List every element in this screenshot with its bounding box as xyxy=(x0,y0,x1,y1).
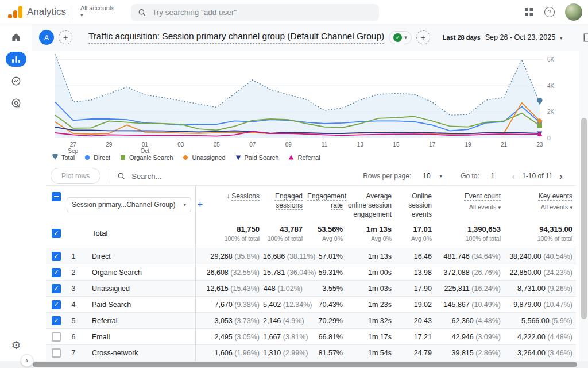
row-number: 3 xyxy=(67,285,80,293)
legend-item-organic-search[interactable]: Organic Search xyxy=(119,154,173,161)
expand-nav-button[interactable]: › xyxy=(21,354,33,367)
cell-online-session-events: 16.46 xyxy=(395,252,435,260)
column-header-key-events[interactable]: Key eventsAll events ▾ xyxy=(504,190,576,219)
goto-page-value[interactable]: 1 xyxy=(491,172,495,180)
cell-avg-online-session-engagement: 1m 03s xyxy=(346,285,395,293)
help-icon[interactable]: ? xyxy=(544,7,555,17)
totals-row: ✓ Total 81,750100% of total43,787100% of… xyxy=(46,218,576,248)
svg-text:13: 13 xyxy=(357,141,364,148)
row-checkbox[interactable]: ✓ xyxy=(52,252,61,261)
sessions-trend-chart: 02K4K6K27Sep2901Oct030507091113151719212… xyxy=(32,51,579,164)
channel-name: Direct xyxy=(80,252,195,260)
column-header-sessions[interactable]: ↓Sessions xyxy=(195,190,263,219)
next-page-icon[interactable]: › xyxy=(557,171,565,181)
legend-item-referral[interactable]: Referral xyxy=(288,154,320,161)
previous-page-icon[interactable]: ‹ xyxy=(510,171,518,181)
sidebar-item-explore[interactable] xyxy=(0,72,32,90)
cell-online-session-events: 17.90 xyxy=(395,285,435,293)
row-number: 4 xyxy=(67,301,80,309)
dimension-dropdown[interactable]: Session primary...Channel Group) ▾ xyxy=(67,197,191,212)
cell-event-count: 372,088 (26.76%) xyxy=(435,269,504,277)
cell-event-count: 145,867 (10.49%) xyxy=(435,301,504,309)
legend-item-direct[interactable]: Direct xyxy=(84,154,110,161)
legend-item-total[interactable]: Total xyxy=(52,154,75,161)
rows-per-page-value[interactable]: 10 xyxy=(423,172,430,180)
admin-gear-icon[interactable]: ⚙ xyxy=(0,339,32,352)
sidebar-item-advertising[interactable] xyxy=(0,94,32,112)
plot-rows-button[interactable]: Plot rows xyxy=(51,168,100,184)
diamond-icon xyxy=(182,154,189,161)
report-title[interactable]: Traffic acquisition: Session primary cha… xyxy=(88,31,384,44)
legend-label: Total xyxy=(61,154,75,161)
cell-engagement-rate: 57.01% xyxy=(306,252,346,260)
legend-label: Referral xyxy=(297,154,320,161)
user-avatar[interactable] xyxy=(565,3,582,21)
column-header-event-count[interactable]: Event countAll events ▾ xyxy=(435,190,504,219)
column-header-engagement-rate[interactable]: Engagement rate xyxy=(306,190,346,219)
column-header-avg-online-session-engagement[interactable]: Average online session engagement xyxy=(346,190,395,219)
add-comparison-button[interactable]: + xyxy=(59,30,72,44)
cell-engaged-sessions: 1,667 (3.81%) xyxy=(263,333,306,341)
row-number: 5 xyxy=(67,317,80,325)
vertical-scrollbar-thumb[interactable] xyxy=(581,118,587,319)
horizontal-scrollbar[interactable] xyxy=(0,361,588,368)
add-metric-button[interactable]: + xyxy=(416,30,430,44)
global-search-input[interactable] xyxy=(152,8,372,17)
legend-item-paid-search[interactable]: Paid Search xyxy=(235,154,279,161)
row-checkbox[interactable]: ✓ xyxy=(52,284,61,293)
table-search-input[interactable] xyxy=(131,172,223,181)
row-number: 1 xyxy=(67,252,80,260)
totals-label: Total xyxy=(80,229,195,237)
horizontal-scrollbar-thumb[interactable] xyxy=(33,362,577,367)
svg-text:01: 01 xyxy=(142,141,149,148)
column-divider xyxy=(195,185,196,361)
svg-text:09: 09 xyxy=(285,141,292,148)
date-range-picker[interactable]: Last 28 days Sep 26 - Oct 23, 2025 ▾ xyxy=(443,33,563,41)
sidebar-item-home[interactable] xyxy=(0,29,32,46)
brand-title: Analytics xyxy=(27,6,66,18)
cell-key-events: 5,566.00 (5.9%) xyxy=(504,317,576,325)
column-header-engaged-sessions[interactable]: Engaged sessions xyxy=(263,190,306,219)
cell-engaged-sessions: 1,310 (2.99%) xyxy=(263,349,306,357)
rows-per-page-label: Rows per page: xyxy=(363,172,411,180)
svg-text:Oct: Oct xyxy=(141,148,150,154)
cell-online-session-events: 13.98 xyxy=(395,269,435,277)
svg-text:0: 0 xyxy=(547,135,551,141)
row-checkbox[interactable] xyxy=(52,348,61,358)
row-checkbox[interactable]: ✓ xyxy=(52,268,61,277)
row-checkbox[interactable]: ✓ xyxy=(52,316,61,325)
row-checkbox[interactable]: ✓ xyxy=(52,300,61,309)
cell-key-events: 4,222.00 (4.48%) xyxy=(504,333,576,341)
totals-checkbox[interactable]: ✓ xyxy=(52,229,61,238)
svg-text:29: 29 xyxy=(106,141,113,148)
feedback-note-icon[interactable] xyxy=(582,32,588,43)
account-switcher[interactable]: All accounts ▾ xyxy=(80,5,114,18)
analytics-logo-icon[interactable] xyxy=(8,6,22,18)
date-range-value: Sep 26 - Oct 23, 2025 xyxy=(485,33,555,41)
cell-online-session-events: 24.79 xyxy=(395,349,435,357)
column-filter[interactable]: All events ▾ xyxy=(436,202,501,212)
divider xyxy=(109,170,109,182)
pagination-range: 1-10 of 11 xyxy=(522,172,552,180)
property-avatar[interactable]: A xyxy=(39,30,54,45)
global-search[interactable] xyxy=(131,4,379,21)
legend-label: Organic Search xyxy=(129,154,173,161)
triangle-up-icon xyxy=(288,154,295,161)
reports-active-pill xyxy=(6,52,26,67)
svg-text:07: 07 xyxy=(249,141,256,148)
chevron-down-icon[interactable]: ▾ xyxy=(440,173,443,179)
column-header-online-session-events[interactable]: Online session events xyxy=(395,190,435,219)
totals-cell-online-session-events: 17.01Avg 0% xyxy=(395,225,435,242)
row-checkbox[interactable] xyxy=(52,332,61,342)
cell-engagement-rate: 70.29% xyxy=(306,317,346,325)
report-status-control[interactable]: ✓ ▾ xyxy=(389,31,412,44)
sidebar-item-reports[interactable] xyxy=(0,51,32,68)
table-row-paid-search: ✓4Paid Search7,670 (9.38%)5,402 (12.34%)… xyxy=(46,297,576,313)
channel-name: Organic Search xyxy=(80,269,195,277)
column-filter[interactable]: All events ▾ xyxy=(505,202,572,212)
apps-grid-icon[interactable] xyxy=(524,7,534,17)
legend-item-unassigned[interactable]: Unassigned xyxy=(182,154,225,161)
select-all-checkbox[interactable] xyxy=(52,192,61,201)
vertical-scrollbar[interactable] xyxy=(579,51,588,361)
table-search[interactable] xyxy=(117,172,223,181)
